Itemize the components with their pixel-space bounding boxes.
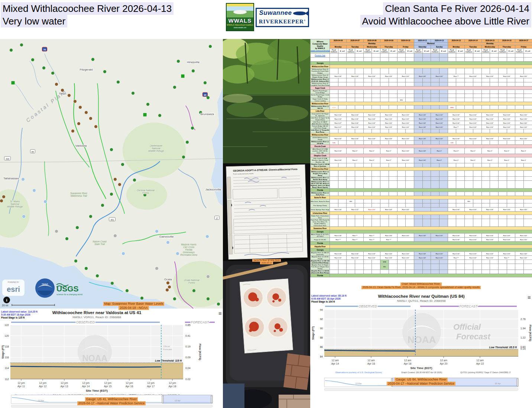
gauge-dot-green[interactable] <box>192 289 196 293</box>
gauge-dot-green[interactable] <box>191 127 194 130</box>
gauge-dot-green[interactable] <box>140 297 144 300</box>
gauge-dot-green[interactable] <box>204 81 207 85</box>
gauge-dot-brown[interactable] <box>55 83 58 86</box>
chart-scrollbar[interactable] <box>324 388 518 391</box>
gauge-square[interactable] <box>181 74 185 78</box>
rain-cell: Rain 0.00" <box>465 252 481 256</box>
gauge-dot-green[interactable] <box>42 66 46 70</box>
gauge-dot-brown[interactable] <box>79 106 82 109</box>
gauge-dot-brown[interactable] <box>85 111 88 114</box>
water-quality-spreadsheet[interactable]: WhereComposite Water Qualityby WWALSwwal… <box>310 39 532 283</box>
gauge-dot-blue[interactable] <box>33 189 36 192</box>
rain-cell: Rain 0.00" <box>498 252 515 256</box>
svg-text:88: 88 <box>320 336 323 339</box>
gauge-dot-gray[interactable] <box>155 267 159 270</box>
rain-cell: Rain ?" <box>363 234 380 238</box>
gauge-dot-green[interactable] <box>76 226 79 229</box>
rain-cell: Rain 0.00" <box>498 113 515 117</box>
map-info-button[interactable]: i <box>3 297 10 303</box>
gauge-dot-brown[interactable] <box>168 285 171 289</box>
gauge-dot-green[interactable] <box>132 92 135 95</box>
hydrograph-valdosta[interactable]: Latest observed value: 114.25 ft5:30 AM … <box>0 309 223 408</box>
wwals-testing-link[interactable]: wwals.net/issues/testing/ <box>311 50 330 52</box>
gauge-dot-brown[interactable] <box>166 288 169 292</box>
rain-cell: Rain 0" <box>380 148 397 154</box>
map-canvas[interactable]: 75958431930117HinesvilleFitzgeraldTifton… <box>0 39 223 309</box>
gauge-dot-blue[interactable] <box>176 252 179 255</box>
rain-cell: Rain 0.00" <box>498 74 515 78</box>
gauge-dot-brown[interactable] <box>2 195 6 199</box>
gauge-dot-green[interactable] <box>74 260 78 263</box>
gauge-dot-brown[interactable] <box>74 100 77 103</box>
gauge-dot-green[interactable] <box>121 163 124 166</box>
gauge-dot-green[interactable] <box>101 204 104 207</box>
gauge-dot-blue[interactable] <box>166 241 170 244</box>
day-header: Thursday <box>380 45 397 49</box>
gauge-dot-green[interactable] <box>91 58 95 61</box>
gauge-dot-green[interactable] <box>31 58 35 62</box>
basin-water-levels-map[interactable]: 75958431930117HinesvilleFitzgeraldTifton… <box>0 39 223 309</box>
rain-cell: Rain 0.00" <box>431 234 448 238</box>
gauge-dot-brown[interactable] <box>89 117 93 120</box>
gauge-dot-green[interactable] <box>10 49 13 52</box>
gauge-dot-green[interactable] <box>209 45 212 48</box>
gauge-dot-blue[interactable] <box>22 178 25 181</box>
gauge-dot-green[interactable] <box>65 237 69 241</box>
svg-text:Latest observed value: 85.16 f: Latest observed value: 85.16 ft <box>311 294 347 297</box>
gauge-dot-green[interactable] <box>103 70 107 74</box>
gauge-square[interactable] <box>11 81 15 85</box>
gauge-dot-green[interactable] <box>85 267 88 270</box>
gauge-dot-green[interactable] <box>182 156 185 159</box>
gauge-dot-green[interactable] <box>110 148 113 151</box>
gauge-dot-blue[interactable] <box>206 235 209 238</box>
gauge-dot-green[interactable] <box>146 103 150 106</box>
gauge-dot-green[interactable] <box>126 289 129 293</box>
gauge-dot-green[interactable] <box>173 86 176 89</box>
gauge-dot-green[interactable] <box>192 69 195 73</box>
gauge-dot-gray[interactable] <box>207 275 210 278</box>
svg-text:FORECAST: FORECAST <box>191 320 210 324</box>
gauge-dot-green[interactable] <box>20 43 23 47</box>
gauge-dot-blue[interactable] <box>44 200 47 203</box>
gauge-dot-brown[interactable] <box>114 178 117 181</box>
gauge-dot-green[interactable] <box>133 179 136 182</box>
gauge-dot-green[interactable] <box>173 297 176 301</box>
site-label[interactable]: Previous Year <box>311 53 330 58</box>
gauge-dot-brown[interactable] <box>118 183 121 186</box>
value-cell <box>330 98 338 102</box>
value-cell <box>347 171 355 177</box>
gauge-dot-gray[interactable] <box>55 230 58 233</box>
gauge-dot-brown[interactable] <box>71 130 75 133</box>
rain-cell: Rain 0" <box>347 148 363 154</box>
gauge-dot-brown[interactable] <box>94 125 98 128</box>
gauge-dot-green[interactable] <box>110 193 113 196</box>
rain-cell: Rain ?" <box>347 234 363 238</box>
gauge-dot-brown[interactable] <box>77 122 81 125</box>
gauge-dot-green[interactable] <box>158 114 162 117</box>
gauge-dot-green[interactable] <box>51 72 55 75</box>
esri-logo: POWERED BY esri <box>2 280 25 296</box>
gauge-dot-brown[interactable] <box>0 199 3 203</box>
gauge-dot-blue[interactable] <box>155 230 159 233</box>
gauge-dot-brown[interactable] <box>166 281 170 285</box>
chart-menu-icon[interactable]: ≡ <box>218 310 222 316</box>
gauge-square[interactable] <box>143 113 147 117</box>
value-cell <box>397 270 406 274</box>
chart-menu-icon[interactable]: ≡ <box>528 294 531 300</box>
gauge-dot-green[interactable] <box>207 297 210 301</box>
rain-cell: Rain 0.00" <box>515 113 532 117</box>
gauge-dot-green[interactable] <box>89 215 93 218</box>
gauge-dot-brown[interactable] <box>68 94 71 97</box>
svg-text:0.41: 0.41 <box>185 334 191 337</box>
gauge-dot-green[interactable] <box>186 141 189 144</box>
rain-cell: Rain 0.04" <box>330 74 347 78</box>
gauge-dot-green[interactable] <box>96 274 99 278</box>
gauge-dot-green[interactable] <box>177 60 180 63</box>
gauge-dot-blue[interactable] <box>22 215 26 218</box>
gauge-dot-green[interactable] <box>111 282 114 285</box>
value-cell <box>481 199 490 203</box>
gauge-dot-blue[interactable] <box>122 252 125 255</box>
gauge-dot-green[interactable] <box>117 81 120 84</box>
gauge-dot-gray[interactable] <box>114 234 117 238</box>
photo-caption-line2: 2026-04-13 <box>260 262 273 264</box>
